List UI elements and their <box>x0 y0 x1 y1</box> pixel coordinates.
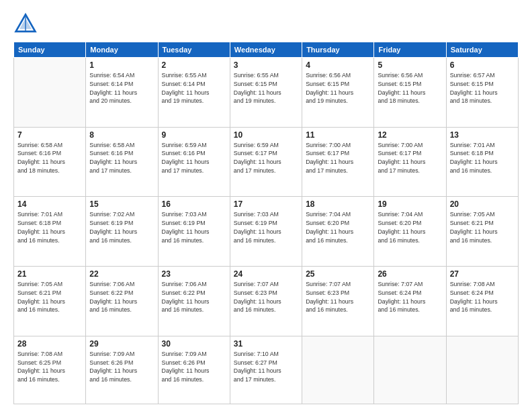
calendar-cell: 17Sunrise: 7:03 AMSunset: 6:19 PMDayligh… <box>230 197 302 267</box>
calendar-body: 1Sunrise: 6:54 AMSunset: 6:14 PMDaylight… <box>14 58 519 404</box>
calendar-cell <box>302 336 374 404</box>
page: SundayMondayTuesdayWednesdayThursdayFrid… <box>0 0 532 411</box>
day-number: 8 <box>89 130 154 140</box>
calendar-cell: 9Sunrise: 6:59 AMSunset: 6:16 PMDaylight… <box>158 127 230 197</box>
calendar-cell: 1Sunrise: 6:54 AMSunset: 6:14 PMDaylight… <box>86 58 158 128</box>
day-of-week-header: Monday <box>86 42 158 58</box>
day-number: 2 <box>162 60 226 70</box>
day-info: Sunrise: 7:08 AMSunset: 6:25 PMDaylight:… <box>17 350 82 384</box>
calendar-cell: 26Sunrise: 7:07 AMSunset: 6:24 PMDayligh… <box>374 267 446 336</box>
day-info: Sunrise: 6:54 AMSunset: 6:14 PMDaylight:… <box>89 71 154 105</box>
day-info: Sunrise: 7:01 AMSunset: 6:18 PMDaylight:… <box>17 210 82 244</box>
calendar-cell: 27Sunrise: 7:08 AMSunset: 6:24 PMDayligh… <box>446 267 518 336</box>
day-number: 29 <box>89 339 154 349</box>
logo <box>13 12 40 36</box>
day-number: 24 <box>234 269 298 279</box>
header <box>13 12 519 36</box>
calendar-cell: 28Sunrise: 7:08 AMSunset: 6:25 PMDayligh… <box>14 336 86 404</box>
calendar-cell: 24Sunrise: 7:07 AMSunset: 6:23 PMDayligh… <box>230 267 302 336</box>
calendar-cell: 15Sunrise: 7:02 AMSunset: 6:19 PMDayligh… <box>86 197 158 267</box>
calendar-cell: 25Sunrise: 7:07 AMSunset: 6:23 PMDayligh… <box>302 267 374 336</box>
calendar-cell: 12Sunrise: 7:00 AMSunset: 6:17 PMDayligh… <box>374 127 446 197</box>
logo-icon <box>13 12 38 36</box>
day-number: 15 <box>89 199 154 209</box>
day-info: Sunrise: 6:58 AMSunset: 6:16 PMDaylight:… <box>89 141 154 175</box>
day-info: Sunrise: 6:57 AMSunset: 6:15 PMDaylight:… <box>450 71 515 105</box>
day-info: Sunrise: 7:01 AMSunset: 6:18 PMDaylight:… <box>450 141 515 175</box>
calendar-header: SundayMondayTuesdayWednesdayThursdayFrid… <box>14 42 519 58</box>
day-number: 14 <box>17 199 82 209</box>
day-number: 3 <box>234 60 298 70</box>
day-info: Sunrise: 7:08 AMSunset: 6:24 PMDaylight:… <box>450 280 515 314</box>
day-info: Sunrise: 6:56 AMSunset: 6:15 PMDaylight:… <box>306 71 370 105</box>
day-info: Sunrise: 6:58 AMSunset: 6:16 PMDaylight:… <box>17 141 82 175</box>
day-of-week-header: Friday <box>374 42 446 58</box>
day-number: 20 <box>450 199 515 209</box>
day-of-week-header: Sunday <box>14 42 86 58</box>
calendar-cell: 16Sunrise: 7:03 AMSunset: 6:19 PMDayligh… <box>158 197 230 267</box>
calendar-cell: 31Sunrise: 7:10 AMSunset: 6:27 PMDayligh… <box>230 336 302 404</box>
day-number: 31 <box>234 339 298 349</box>
day-number: 5 <box>378 60 442 70</box>
day-number: 13 <box>450 130 515 140</box>
day-info: Sunrise: 7:09 AMSunset: 6:26 PMDaylight:… <box>89 350 154 384</box>
calendar-cell: 2Sunrise: 6:55 AMSunset: 6:14 PMDaylight… <box>158 58 230 128</box>
day-info: Sunrise: 7:02 AMSunset: 6:19 PMDaylight:… <box>89 210 154 244</box>
calendar-cell: 14Sunrise: 7:01 AMSunset: 6:18 PMDayligh… <box>14 197 86 267</box>
calendar-cell: 11Sunrise: 7:00 AMSunset: 6:17 PMDayligh… <box>302 127 374 197</box>
day-number: 4 <box>306 60 370 70</box>
day-number: 25 <box>306 269 370 279</box>
day-number: 23 <box>162 269 226 279</box>
day-number: 19 <box>378 199 442 209</box>
day-info: Sunrise: 7:00 AMSunset: 6:17 PMDaylight:… <box>306 141 370 175</box>
calendar-cell: 30Sunrise: 7:09 AMSunset: 6:26 PMDayligh… <box>158 336 230 404</box>
calendar-cell: 21Sunrise: 7:05 AMSunset: 6:21 PMDayligh… <box>14 267 86 336</box>
day-info: Sunrise: 7:05 AMSunset: 6:21 PMDaylight:… <box>450 210 515 244</box>
day-info: Sunrise: 6:59 AMSunset: 6:16 PMDaylight:… <box>162 141 226 175</box>
day-number: 28 <box>17 339 82 349</box>
day-of-week-header: Saturday <box>446 42 518 58</box>
day-info: Sunrise: 7:03 AMSunset: 6:19 PMDaylight:… <box>162 210 226 244</box>
day-info: Sunrise: 6:56 AMSunset: 6:15 PMDaylight:… <box>378 71 442 105</box>
header-row: SundayMondayTuesdayWednesdayThursdayFrid… <box>14 42 519 58</box>
day-info: Sunrise: 7:06 AMSunset: 6:22 PMDaylight:… <box>162 280 226 314</box>
calendar-week-row: 14Sunrise: 7:01 AMSunset: 6:18 PMDayligh… <box>14 197 519 267</box>
day-number: 27 <box>450 269 515 279</box>
day-number: 10 <box>234 130 298 140</box>
day-info: Sunrise: 7:09 AMSunset: 6:26 PMDaylight:… <box>162 350 226 384</box>
calendar-cell: 22Sunrise: 7:06 AMSunset: 6:22 PMDayligh… <box>86 267 158 336</box>
day-info: Sunrise: 7:04 AMSunset: 6:20 PMDaylight:… <box>378 210 442 244</box>
day-info: Sunrise: 7:00 AMSunset: 6:17 PMDaylight:… <box>378 141 442 175</box>
day-of-week-header: Thursday <box>302 42 374 58</box>
day-number: 17 <box>234 199 298 209</box>
day-number: 18 <box>306 199 370 209</box>
calendar-cell: 3Sunrise: 6:55 AMSunset: 6:15 PMDaylight… <box>230 58 302 128</box>
calendar-week-row: 1Sunrise: 6:54 AMSunset: 6:14 PMDaylight… <box>14 58 519 128</box>
day-number: 26 <box>378 269 442 279</box>
day-info: Sunrise: 6:55 AMSunset: 6:15 PMDaylight:… <box>234 71 298 105</box>
calendar-cell: 13Sunrise: 7:01 AMSunset: 6:18 PMDayligh… <box>446 127 518 197</box>
calendar-cell: 20Sunrise: 7:05 AMSunset: 6:21 PMDayligh… <box>446 197 518 267</box>
day-info: Sunrise: 7:10 AMSunset: 6:27 PMDaylight:… <box>234 350 298 384</box>
day-info: Sunrise: 7:04 AMSunset: 6:20 PMDaylight:… <box>306 210 370 244</box>
day-info: Sunrise: 7:05 AMSunset: 6:21 PMDaylight:… <box>17 280 82 314</box>
calendar-cell: 10Sunrise: 6:59 AMSunset: 6:17 PMDayligh… <box>230 127 302 197</box>
day-number: 11 <box>306 130 370 140</box>
day-number: 12 <box>378 130 442 140</box>
day-number: 1 <box>89 60 154 70</box>
calendar-cell: 8Sunrise: 6:58 AMSunset: 6:16 PMDaylight… <box>86 127 158 197</box>
day-info: Sunrise: 7:03 AMSunset: 6:19 PMDaylight:… <box>234 210 298 244</box>
day-number: 6 <box>450 60 515 70</box>
calendar-cell: 4Sunrise: 6:56 AMSunset: 6:15 PMDaylight… <box>302 58 374 128</box>
calendar-cell: 19Sunrise: 7:04 AMSunset: 6:20 PMDayligh… <box>374 197 446 267</box>
day-info: Sunrise: 7:07 AMSunset: 6:23 PMDaylight:… <box>306 280 370 314</box>
calendar-week-row: 21Sunrise: 7:05 AMSunset: 6:21 PMDayligh… <box>14 267 519 336</box>
calendar-cell <box>446 336 518 404</box>
calendar-cell <box>374 336 446 404</box>
day-info: Sunrise: 7:07 AMSunset: 6:24 PMDaylight:… <box>378 280 442 314</box>
day-number: 21 <box>17 269 82 279</box>
calendar-cell: 23Sunrise: 7:06 AMSunset: 6:22 PMDayligh… <box>158 267 230 336</box>
day-info: Sunrise: 7:06 AMSunset: 6:22 PMDaylight:… <box>89 280 154 314</box>
calendar-cell: 18Sunrise: 7:04 AMSunset: 6:20 PMDayligh… <box>302 197 374 267</box>
day-number: 9 <box>162 130 226 140</box>
